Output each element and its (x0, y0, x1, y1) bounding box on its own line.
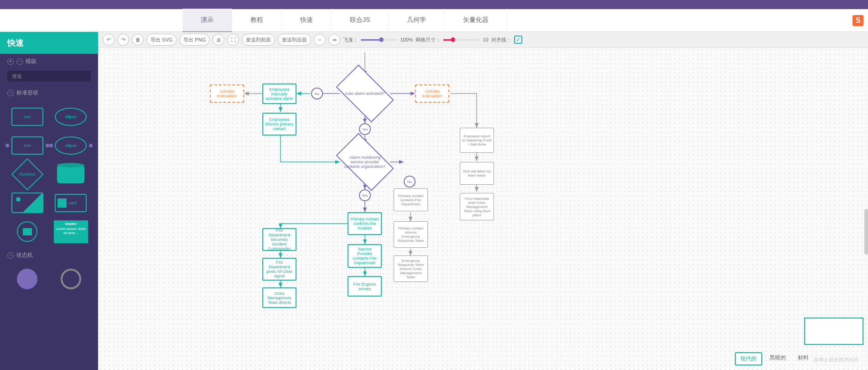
state-grid (0, 263, 98, 295)
tab-geometry[interactable]: 几何学 (389, 9, 445, 32)
top-purple-bar (0, 0, 868, 9)
fit-width-button[interactable]: ↔ (314, 34, 326, 46)
search-input[interactable] (7, 71, 91, 82)
state-label: 状态机 (16, 251, 33, 259)
theme-material-button[interactable]: 材料 (793, 352, 813, 365)
shapes-grid: rect ellipse rect ellipse rhombus card h… (0, 100, 98, 248)
grid-slider[interactable] (443, 39, 480, 41)
node-emergency-informs[interactable]: Emergency Response Team informs Crisis M… (394, 255, 428, 282)
shape-image[interactable] (7, 190, 47, 215)
grid-label: 网格尺寸： (416, 36, 441, 43)
shape-rhombus[interactable]: rhombus (7, 162, 47, 187)
scroll-indicator[interactable] (864, 209, 868, 255)
node-evacuees[interactable]: Evacuees report to Gathering Point / Saf… (460, 128, 494, 153)
node-primary-confirm[interactable]: Primary contact confirms fire incident (348, 212, 382, 235)
theme-controls: 现代的 黑暗的 材料 (735, 352, 813, 365)
templates-label: 模版 (26, 57, 36, 65)
node-fire-commander[interactable]: Fire Department becomes Incident Command… (262, 228, 296, 251)
send-back-button[interactable]: 发送到后面 (278, 34, 311, 46)
toolbar: ↶ ↷ 🗑 导出 SVG 导出 PNG 🖨 ⛶ 发送到前面 发送到后面 ↔ ⇔ … (98, 32, 868, 48)
zoom-value: 100% (400, 37, 413, 42)
node-fire-arrives[interactable]: Fire Engines arrives (348, 276, 382, 297)
send-front-button[interactable]: 发送到前面 (242, 34, 275, 46)
node-emp-informs[interactable]: Employees informs primary contact (262, 113, 296, 135)
collapse-icon-2[interactable]: − (7, 252, 14, 259)
collapse-icon[interactable]: − (7, 90, 14, 96)
node-evac-right[interactable]: Activate evacuation (415, 84, 449, 103)
shape-card[interactable]: card (51, 190, 91, 215)
canvas[interactable]: Auto alarm activated? No Employees manua… (98, 48, 868, 370)
shape-circle-image[interactable] (7, 219, 47, 244)
fullscreen-button[interactable]: ⛶ (227, 34, 239, 46)
shape-cylinder[interactable] (51, 162, 91, 187)
node-service-provider[interactable]: Service Provider contacts Fire Departmen… (348, 244, 382, 268)
section-state[interactable]: − 状态机 (0, 248, 98, 263)
node-primary-fire[interactable]: Primary contact contacts Fire Department (394, 188, 428, 211)
plus-icon[interactable]: + (7, 58, 14, 65)
snap-label: 对齐线： (491, 36, 511, 43)
node-emp-manual[interactable]: Employees manually activates alarm (262, 83, 296, 104)
theme-modern-button[interactable]: 现代的 (735, 352, 762, 365)
node-yes-2[interactable]: Yes (359, 189, 371, 201)
tab-tutorial[interactable]: 教程 (232, 9, 282, 32)
section-shapes[interactable]: − 标准形状 (0, 85, 98, 100)
main-area: 快速 + − 模版 − 标准形状 rect ellipse rect ellip… (0, 32, 868, 370)
fit-button[interactable]: ⇔ (328, 34, 340, 46)
node-fire-clear[interactable]: Fire Department gives All-Clear signal (262, 258, 296, 281)
undo-button[interactable]: ↶ (103, 34, 114, 46)
node-alarm-monitor[interactable]: Alarm monitoring service provider contac… (336, 133, 394, 191)
zoom-slider[interactable] (361, 39, 397, 41)
shape-header-card[interactable]: headerLorem ipsum dolor sit ame... (51, 219, 91, 244)
redo-button[interactable]: ↷ (117, 34, 129, 46)
sidebar-title: 快速 (0, 32, 98, 54)
theme-dark-button[interactable]: 黑暗的 (765, 352, 790, 365)
shapes-label: 标准形状 (16, 89, 38, 97)
node-no-2[interactable]: No (404, 176, 416, 188)
zoom-label: 飞涨： (343, 36, 358, 43)
section-templates[interactable]: + − 模版 (0, 54, 98, 69)
shape-ellipse[interactable]: ellipse (51, 104, 91, 129)
print-button[interactable]: 🖨 (213, 34, 224, 46)
delete-button[interactable]: 🗑 (132, 34, 144, 46)
state-gray[interactable] (51, 266, 91, 292)
nav-tabs: 演示 教程 快速 联合JS 几何学 矢量化器 (182, 9, 507, 32)
shape-rect-ports[interactable]: rect (7, 133, 47, 158)
tab-demo[interactable]: 演示 (182, 9, 232, 32)
tab-jointjs[interactable]: 联合JS (332, 9, 389, 32)
node-roll-call[interactable]: Roll call taken by team leads (460, 162, 494, 185)
nav-bar: 演示 教程 快速 联合JS 几何学 矢量化器 S (0, 9, 868, 32)
snap-checkbox[interactable]: ✓ (514, 36, 522, 44)
tab-quick[interactable]: 快速 (282, 9, 332, 32)
tab-vectorizer[interactable]: 矢量化器 (445, 9, 507, 32)
minimap[interactable] (804, 318, 863, 345)
grid-value: 10 (483, 37, 488, 42)
minus-icon[interactable]: − (16, 58, 23, 65)
node-yes-1[interactable]: Yes (359, 123, 371, 135)
canvas-area: ↶ ↷ 🗑 导出 SVG 导出 PNG 🖨 ⛶ 发送到前面 发送到后面 ↔ ⇔ … (98, 32, 868, 370)
node-primary-informs[interactable]: Primary contact informs Emergency Respon… (394, 221, 428, 248)
node-auto-alarm[interactable]: Auto alarm activated? (336, 64, 394, 122)
logo-icon: S (852, 15, 863, 26)
state-purple[interactable] (7, 266, 47, 292)
export-svg-button[interactable]: 导出 SVG (146, 34, 177, 46)
watermark: @稀土掘金技术社区 (814, 356, 859, 363)
shape-rect[interactable]: rect (7, 104, 47, 129)
node-evac-left[interactable]: Activate evacuation (210, 84, 244, 103)
node-crisis-mgmt[interactable]: Crisis Management Team directs (262, 287, 296, 308)
export-png-button[interactable]: 导出 PNG (179, 34, 210, 46)
node-floor-marshals[interactable]: Floor Marshals brief Crisis Management T… (460, 193, 494, 220)
sidebar: 快速 + − 模版 − 标准形状 rect ellipse rect ellip… (0, 32, 98, 370)
shape-ellipse-ports[interactable]: ellipse (51, 133, 91, 158)
node-no-1[interactable]: No (311, 88, 323, 99)
